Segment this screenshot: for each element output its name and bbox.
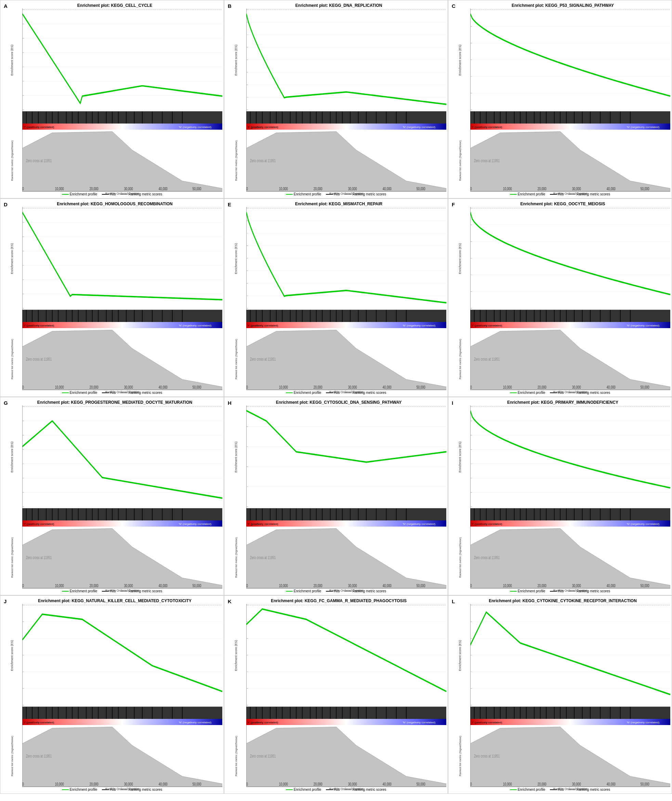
svg-text:30,000: 30,000 (124, 385, 133, 390)
svg-text:40,000: 40,000 (607, 782, 616, 787)
panel-title-a: Enrichment plot: KEGG_CELL_CYCLE (2, 2, 222, 8)
svg-text:10,000: 10,000 (55, 187, 64, 191)
panel-title-i: Enrichment plot: KEGG_PRIMARY_IMMUNODEFI… (450, 399, 670, 405)
svg-text:30,000: 30,000 (572, 187, 581, 191)
svg-text:20,000: 20,000 (314, 385, 322, 390)
chart-area: Enrichment score (ES) 0.0 (450, 207, 670, 395)
svg-text:20,000: 20,000 (537, 187, 547, 191)
chart-area: Enrichment score (ES) 0.2 (2, 405, 222, 594)
y-axis-es-label: Enrichment score (ES) (458, 640, 462, 671)
svg-text:20,000: 20,000 (90, 583, 98, 588)
y-axis-es-label: Enrichment score (ES) (10, 640, 14, 671)
svg-text:50,000: 50,000 (192, 385, 201, 390)
svg-text:30,000: 30,000 (124, 187, 133, 191)
svg-text:40,000: 40,000 (159, 187, 168, 191)
svg-text:30,000: 30,000 (572, 782, 581, 787)
y-axis-ranked-label: Ranked list metric (Signal2Noise) (459, 141, 462, 181)
svg-text:50,000: 50,000 (417, 583, 425, 588)
svg-text:40,000: 40,000 (383, 583, 391, 588)
panel-a: A Enrichment plot: KEGG_CELL_CYCLE Enric… (0, 0, 224, 198)
svg-text:30,000: 30,000 (348, 187, 357, 191)
svg-text:40,000: 40,000 (383, 782, 391, 787)
svg-text:'N' (negatively correlated): 'N' (negatively correlated) (403, 324, 435, 327)
panel-letter-h: H (228, 400, 231, 406)
chart-area: Enrichment score (ES) 0.1 (2, 604, 222, 792)
chart-area: Enrichment score (ES) 0.0 (2, 207, 222, 395)
y-axis-es-label: Enrichment score (ES) (234, 243, 238, 274)
svg-text:20,000: 20,000 (314, 187, 322, 191)
svg-text:0: 0 (470, 782, 472, 787)
panel-title-l: Enrichment plot: KEGG_CYTOKINE_CYTOKINE_… (450, 598, 670, 604)
svg-text:40,000: 40,000 (159, 583, 168, 588)
svg-text:20,000: 20,000 (90, 385, 98, 390)
x-axis-label: Rank in Ordered Dataset (470, 192, 670, 195)
panel-title-b: Enrichment plot: KEGG_DNA_REPLICATION (226, 2, 446, 8)
x-axis-label: Rank in Ordered Dataset (22, 192, 222, 195)
panel-c: C Enrichment plot: KEGG_P53_SIGNALING_PA… (448, 0, 672, 198)
y-axis-es-label: Enrichment score (ES) (10, 243, 14, 274)
svg-text:20,000: 20,000 (90, 187, 98, 191)
svg-text:30,000: 30,000 (124, 583, 133, 588)
panel-title-e: Enrichment plot: KEGG_MISMATCH_REPAIR (226, 201, 446, 207)
svg-text:'r' (positively correlated): 'r' (positively correlated) (248, 721, 278, 724)
svg-rect-615 (22, 604, 222, 707)
chart-area: Enrichment score (ES) 0.0 (226, 405, 446, 594)
svg-text:0: 0 (470, 583, 472, 588)
svg-text:40,000: 40,000 (607, 583, 616, 588)
x-axis-label: Rank in Ordered Dataset (470, 589, 670, 592)
svg-text:0: 0 (470, 187, 472, 191)
svg-text:50,000: 50,000 (640, 385, 650, 390)
svg-text:'r' (positively correlated): 'r' (positively correlated) (472, 126, 502, 129)
svg-text:0: 0 (246, 385, 248, 390)
svg-text:10,000: 10,000 (503, 385, 512, 390)
panel-letter-g: G (4, 400, 8, 406)
panel-e: E Enrichment plot: KEGG_MISMATCH_REPAIR … (224, 198, 448, 397)
svg-text:20,000: 20,000 (537, 583, 547, 588)
panel-title-f: Enrichment plot: KEGG_OOCYTE_MEIOSIS (450, 201, 670, 207)
svg-text:'r' (positively correlated): 'r' (positively correlated) (248, 523, 278, 526)
panel-letter-c: C (452, 3, 455, 9)
svg-text:'N' (negatively correlated): 'N' (negatively correlated) (403, 126, 435, 129)
chart-area: Enrichment score (ES) 0.0 (226, 8, 446, 197)
y-axis-es-label: Enrichment score (ES) (234, 640, 238, 671)
chart-area: Enrichment score (ES) 0.0 (450, 8, 670, 197)
svg-text:10,000: 10,000 (55, 385, 64, 390)
y-axis-es-label: Enrichment score (ES) (10, 442, 14, 473)
y-axis-ranked-label: Ranked list metric (Signal2Noise) (234, 736, 238, 776)
panel-title-d: Enrichment plot: KEGG_HOMOLOGOUS_RECOMBI… (2, 201, 222, 207)
y-axis-ranked-label: Ranked list metric (Signal2Noise) (234, 339, 238, 380)
y-axis-ranked-label: Ranked list metric (Signal2Noise) (11, 339, 14, 380)
svg-text:'N' (negatively correlated): 'N' (negatively correlated) (403, 721, 435, 724)
svg-text:10,000: 10,000 (503, 782, 512, 787)
y-axis-ranked-label: Ranked list metric (Signal2Noise) (459, 537, 462, 578)
panel-g: G Enrichment plot: KEGG_PROGESTERONE_MED… (0, 397, 224, 595)
svg-text:'r' (positively correlated): 'r' (positively correlated) (24, 126, 54, 129)
panel-i: I Enrichment plot: KEGG_PRIMARY_IMMUNODE… (448, 397, 672, 595)
svg-text:'N' (negatively correlated): 'N' (negatively correlated) (178, 324, 211, 327)
y-axis-ranked-label: Ranked list metric (Signal2Noise) (11, 141, 14, 181)
svg-text:50,000: 50,000 (417, 187, 425, 191)
panel-letter-l: L (452, 598, 455, 604)
svg-text:20,000: 20,000 (90, 782, 98, 787)
svg-text:'N' (negatively correlated): 'N' (negatively correlated) (178, 126, 211, 129)
svg-text:40,000: 40,000 (383, 187, 391, 191)
svg-text:'r' (positively correlated): 'r' (positively correlated) (472, 523, 502, 526)
svg-text:0: 0 (246, 782, 248, 787)
panel-letter-a: A (4, 3, 8, 9)
svg-text:50,000: 50,000 (192, 583, 201, 588)
x-axis-label: Rank in Ordered Dataset (246, 589, 446, 592)
svg-text:0: 0 (246, 187, 248, 191)
svg-text:0: 0 (246, 583, 248, 588)
svg-text:40,000: 40,000 (607, 385, 616, 390)
svg-text:50,000: 50,000 (640, 583, 650, 588)
svg-text:40,000: 40,000 (159, 385, 168, 390)
y-axis-ranked-label: Ranked list metric (Signal2Noise) (11, 736, 14, 776)
panel-letter-e: E (228, 201, 231, 207)
svg-text:10,000: 10,000 (279, 583, 288, 588)
svg-text:10,000: 10,000 (503, 583, 512, 588)
panel-h: H Enrichment plot: KEGG_CYTOSOLIC_DNA_SE… (224, 397, 448, 595)
svg-text:'r' (positively correlated): 'r' (positively correlated) (248, 126, 278, 129)
svg-text:40,000: 40,000 (159, 782, 168, 787)
svg-text:30,000: 30,000 (572, 583, 581, 588)
panel-d: D Enrichment plot: KEGG_HOMOLOGOUS_RECOM… (0, 198, 224, 397)
